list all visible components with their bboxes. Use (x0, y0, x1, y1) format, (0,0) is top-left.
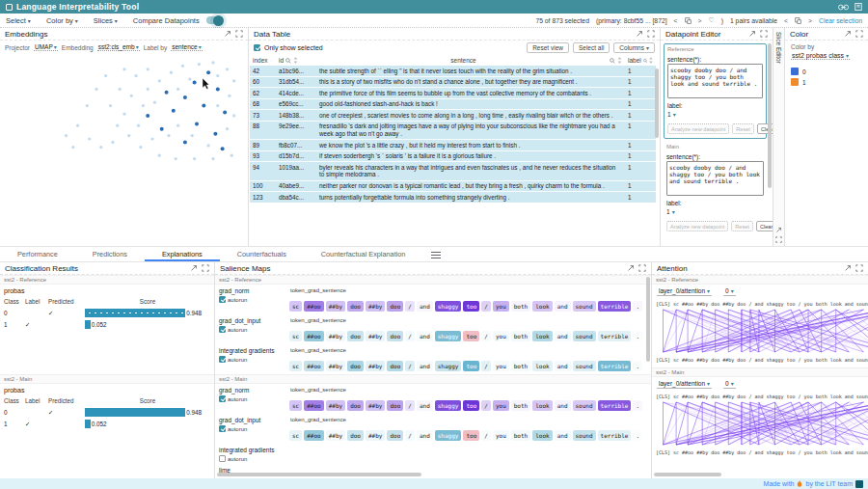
salience-token[interactable]: . (633, 430, 642, 441)
salience-token[interactable]: ##by (326, 400, 345, 411)
popout-icon[interactable] (627, 264, 635, 272)
salience-token[interactable]: / (405, 361, 415, 371)
embedding-datapoint[interactable] (226, 127, 229, 130)
checkbox-icon[interactable] (219, 356, 226, 363)
maximize-icon[interactable] (855, 264, 863, 272)
maximize-icon[interactable] (647, 30, 655, 38)
maximize-icon[interactable] (760, 30, 768, 38)
salience-token[interactable]: ##by (326, 430, 345, 441)
sentence-input[interactable] (666, 161, 764, 196)
salience-token[interactable]: too (463, 301, 479, 312)
embedding-datapoint[interactable] (65, 134, 68, 137)
salience-token[interactable]: sound (573, 331, 596, 341)
embedding-datapoint[interactable] (76, 124, 79, 127)
checkbox-icon[interactable] (219, 296, 226, 303)
salience-token[interactable]: ##by (366, 361, 385, 371)
salience-token[interactable]: and (417, 400, 433, 411)
maximize-icon[interactable] (202, 264, 209, 272)
reset-view-button[interactable]: Reset view (527, 42, 569, 53)
embedding-datapoint[interactable] (104, 74, 107, 77)
salience-token[interactable]: too (463, 400, 479, 411)
reset-button[interactable]: Reset (731, 221, 753, 231)
salience-token[interactable]: sound (573, 400, 596, 411)
table-row[interactable]: 889e29ee...fresnadillo 's dark and jolti… (250, 121, 656, 139)
salience-token[interactable]: and (555, 361, 571, 371)
salience-token[interactable]: doo (347, 331, 364, 341)
vertical-scrollbar[interactable] (646, 277, 650, 362)
autorun-checkbox[interactable]: autorun (219, 455, 288, 462)
embedding-datapoint[interactable] (193, 81, 197, 85)
sort-icon[interactable] (649, 57, 653, 64)
embedding-datapoint[interactable] (71, 146, 74, 149)
salience-token[interactable]: sound (573, 430, 596, 441)
pin-icon[interactable] (685, 17, 692, 24)
search-icon[interactable] (270, 58, 271, 64)
vertical-scrollbar[interactable] (655, 68, 659, 138)
embedding-datapoint[interactable] (188, 78, 191, 81)
embedding-datapoint[interactable] (158, 79, 161, 82)
salience-token[interactable]: / (481, 430, 491, 441)
prev-pair-button[interactable]: < (784, 17, 788, 24)
select-menu[interactable]: Select▾ (6, 16, 31, 25)
salience-token[interactable]: look (532, 331, 552, 341)
classification-row[interactable]: 1✓0.052 (4, 418, 210, 429)
autorun-checkbox[interactable]: autorun (219, 326, 288, 333)
salience-token[interactable]: shaggy (435, 301, 462, 312)
embedding-datapoint[interactable] (232, 79, 235, 82)
salience-token[interactable]: doo (347, 301, 364, 312)
autorun-checkbox[interactable]: autorun (219, 356, 288, 363)
salience-token[interactable]: doo (347, 361, 364, 371)
embedding-datapoint[interactable] (167, 134, 170, 137)
salience-token[interactable]: terrible (598, 361, 632, 371)
salience-token[interactable]: / (481, 301, 491, 312)
next-pair-button[interactable]: > (808, 17, 812, 24)
table-row[interactable]: 42a1bc96...the subtle strength of `` ell… (250, 66, 656, 76)
only-show-selected-checkbox[interactable] (254, 44, 260, 51)
horizontal-scrollbar[interactable] (654, 473, 721, 476)
sort-icon[interactable] (617, 57, 622, 64)
color-by-menu[interactable]: Color by▾ (46, 16, 78, 25)
embedding-datapoint[interactable] (160, 127, 164, 131)
popout-icon[interactable] (844, 264, 852, 272)
salience-token[interactable]: shaggy (435, 361, 462, 371)
checkbox-icon[interactable] (219, 455, 226, 462)
embedding-datapoint[interactable] (122, 68, 125, 70)
color-by-select[interactable]: sst2 probas class▾ (791, 52, 850, 60)
salience-token[interactable]: and (417, 430, 433, 441)
embedding-datapoint[interactable] (88, 137, 91, 140)
maximize-icon[interactable] (775, 236, 782, 243)
table-row[interactable]: 68e569cc...good old-fashioned slash-and-… (250, 98, 656, 110)
table-row[interactable]: 6031db54...this is a story of two misfit… (250, 76, 656, 88)
salience-token[interactable]: ##by (366, 430, 385, 441)
salience-token[interactable]: terrible (598, 301, 632, 312)
horizontal-scrollbar[interactable] (217, 473, 421, 476)
labelby-select[interactable]: sentence▾ (171, 43, 202, 51)
checkbox-icon[interactable] (219, 326, 226, 333)
salience-token[interactable]: ##oo (304, 430, 323, 441)
salience-token[interactable]: doo (387, 301, 403, 312)
embedding-datapoint[interactable] (153, 101, 156, 104)
lit-logo-icon[interactable] (855, 480, 863, 488)
salience-token[interactable]: you (493, 361, 509, 371)
embedding-datapoint[interactable] (183, 95, 187, 99)
popout-icon[interactable] (224, 30, 231, 38)
documentation-icon[interactable] (854, 3, 862, 11)
vertical-scrollbar[interactable] (768, 43, 772, 188)
columns-button[interactable]: Columns▾ (613, 42, 655, 53)
salience-token[interactable]: too (463, 430, 479, 441)
embedding-datapoint[interactable] (216, 74, 219, 77)
salience-token[interactable]: you (493, 331, 509, 341)
drag-handle[interactable] (431, 252, 441, 258)
salience-token[interactable]: doo (387, 361, 403, 371)
salience-token[interactable]: both (511, 301, 530, 312)
embedding-select[interactable]: sst2:cls_emb▾ (97, 43, 140, 51)
salience-token[interactable]: and (555, 331, 571, 341)
salience-token[interactable]: both (511, 400, 530, 411)
salience-token[interactable]: both (511, 361, 530, 371)
embedding-datapoint[interactable] (130, 95, 133, 97)
salience-token[interactable]: look (532, 400, 552, 411)
checkbox-icon[interactable] (219, 395, 226, 402)
classification-row[interactable]: 0✓0.948 (4, 307, 210, 318)
salience-token[interactable]: ##oo (304, 361, 323, 371)
sort-icon[interactable] (293, 57, 298, 64)
